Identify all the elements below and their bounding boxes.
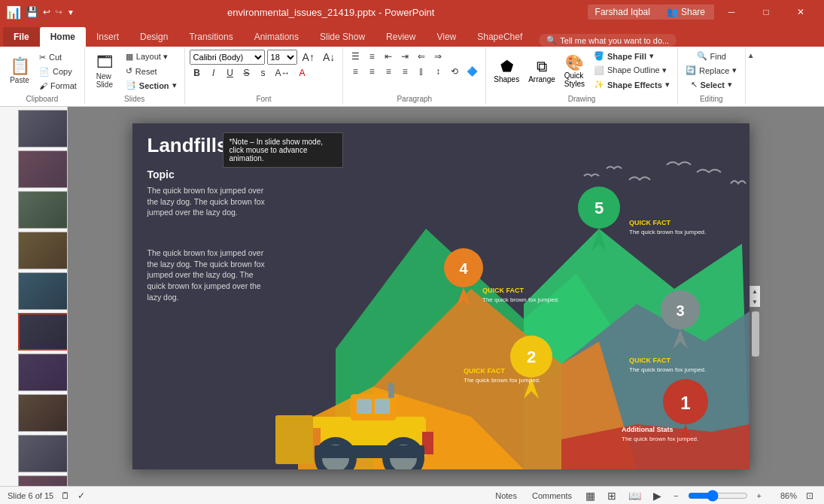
slide-panel[interactable]: 1 2 3 4 5 6 7 8 [0,107,68,486]
text-direction-button[interactable]: ⟲ [447,65,462,78]
font-family-select[interactable]: Calibri (Body) [190,50,265,65]
cut-button[interactable]: ✂ Cut [36,51,80,64]
italic-button[interactable]: I [206,66,221,80]
font-color-button[interactable]: A [295,66,310,80]
zoom-level[interactable]: 86% [771,491,797,500]
fit-slide-button[interactable]: ⊡ [803,489,816,502]
justify-button[interactable]: ≡ [397,65,412,78]
slide-text-1[interactable]: The quick brown fox jumped over the lazy… [147,185,268,218]
slide-topic[interactable]: Topic [147,169,175,181]
align-right-button[interactable]: ≡ [381,65,396,78]
comments-button[interactable]: Comments [528,490,576,502]
share-icon: 👥 [667,7,678,17]
svg-text:The quick brown fox jumped.: The quick brown fox jumped. [464,377,540,384]
new-slide-button[interactable]: 🗔 NewSlide [90,52,120,91]
underline-button[interactable]: U [223,66,238,80]
increase-indent-button[interactable]: ⇥ [397,50,412,63]
shadow-button[interactable]: s [256,66,271,80]
ltr-button[interactable]: ⇒ [430,50,445,63]
maximize-button[interactable]: □ [749,0,783,24]
arrange-button[interactable]: ⧉ Arrange [525,56,558,85]
paste-button[interactable]: 📋 Paste [5,56,35,87]
slide-thumb-6[interactable]: 6 [3,313,64,351]
reset-button[interactable]: ↺ Reset [123,65,180,77]
shape-outline-button[interactable]: ⬜ Shape Outline ▾ [591,64,673,77]
save-button[interactable]: 💾 [26,6,38,18]
bullets-button[interactable]: ☰ [348,50,363,63]
close-button[interactable]: ✕ [783,0,818,24]
tab-transitions[interactable]: Transitions [178,27,243,47]
smart-art-button[interactable]: 🔷 [464,65,481,78]
slide-thumb-9[interactable]: 9 [3,435,64,472]
decrease-indent-button[interactable]: ⇤ [381,50,396,63]
slide-thumb-4[interactable]: 4 [3,232,64,269]
tell-me-box[interactable]: 🔍 Tell me what you want to do... [539,34,677,47]
strikethrough-button[interactable]: S [239,66,254,80]
notes-button[interactable]: Notes [491,490,521,502]
quick-styles-button[interactable]: 🎨 QuickStyles [561,52,588,90]
slideshow-button[interactable]: ▶ [650,488,664,503]
tab-shapechef[interactable]: ShapeChef [467,27,533,47]
slide-thumb-2[interactable]: 2 [3,150,64,188]
redo-button[interactable]: ↪ [55,7,62,17]
tab-file[interactable]: File [3,27,40,47]
tab-view[interactable]: View [426,27,467,47]
shapes-button[interactable]: ⬟ Shapes [491,56,522,85]
columns-button[interactable]: ⫿ [414,65,429,78]
zoom-in-button[interactable]: + [754,490,765,502]
align-left-button[interactable]: ≡ [348,65,363,78]
line-spacing-button[interactable]: ↕ [430,65,445,78]
scroll-up-button[interactable]: ▲ [750,286,760,296]
align-center-button[interactable]: ≡ [364,65,379,78]
collapse-ribbon-button[interactable]: ▲ [746,50,756,61]
shape-fill-button[interactable]: 🪣 Shape Fill ▾ [591,50,673,62]
tab-review[interactable]: Review [376,27,426,47]
slide-title[interactable]: Landfills [147,134,228,157]
slide-thumb-3[interactable]: 3 [3,191,64,229]
increase-font-size-button[interactable]: A↑ [299,50,318,65]
scroll-down-button[interactable]: ▼ [750,296,760,307]
rtl-button[interactable]: ⇐ [414,50,429,63]
user-profile[interactable]: Farshad Iqbal [588,5,658,20]
slide-canvas[interactable]: Landfills *Note – In slide show mode, cl… [132,123,750,469]
share-button[interactable]: 👥 Share [658,5,714,20]
zoom-slider[interactable] [688,490,748,502]
slide-sorter-button[interactable]: ⊞ [604,488,619,503]
reading-view-button[interactable]: 📖 [625,488,644,503]
layout-button[interactable]: ▦ Layout ▾ [123,50,180,63]
normal-view-button[interactable]: ▦ [582,488,598,503]
slide-thumb-7[interactable]: 7 [3,354,64,391]
select-button[interactable]: ↖ Select ▾ [688,78,735,91]
section-button[interactable]: 📑 Section ▾ [123,79,180,92]
minimize-button[interactable]: ─ [714,0,749,24]
customize-qat-button[interactable]: ▼ [67,8,74,17]
numbering-button[interactable]: ≡ [364,50,379,63]
bold-button[interactable]: B [190,66,205,80]
slide-thumb-10[interactable]: 10 [3,475,64,486]
undo-button[interactable]: ↩ [43,7,50,17]
replace-button[interactable]: 🔄 Replace ▾ [683,64,740,77]
svg-text:The quick brown fox jumped.: The quick brown fox jumped. [622,436,698,442]
canvas-area[interactable]: Landfills *Note – In slide show mode, cl… [68,107,824,486]
tab-design[interactable]: Design [129,27,178,47]
tab-slideshow[interactable]: Slide Show [309,27,376,47]
scroll-thumb[interactable] [752,311,759,357]
slide-thumb-5[interactable]: 5 [3,272,64,310]
slide-thumb-8[interactable]: 8 [3,394,64,432]
tab-home[interactable]: Home [40,27,86,47]
copy-button[interactable]: 📄 Copy [36,65,80,78]
ribbon-expand-area: ▲ [746,48,756,105]
slide-thumb-1[interactable]: 1 [3,110,64,147]
vertical-scrollbar[interactable]: ▲ ▼ [750,286,760,307]
find-icon: 🔍 [697,51,707,61]
decrease-font-size-button[interactable]: A↓ [320,50,338,65]
tab-animations[interactable]: Animations [244,27,309,47]
tab-insert[interactable]: Insert [86,27,129,47]
find-button[interactable]: 🔍 Find [694,50,729,62]
slide-text-2[interactable]: The quick brown fox jumped over the lazy… [147,247,268,302]
shape-effects-button[interactable]: ✨ Shape Effects ▾ [591,78,673,91]
font-size-select[interactable]: 18 [267,50,297,65]
zoom-out-button[interactable]: − [670,490,681,502]
char-spacing-button[interactable]: A↔ [272,66,293,80]
format-painter-button[interactable]: 🖌 Format [36,80,80,92]
